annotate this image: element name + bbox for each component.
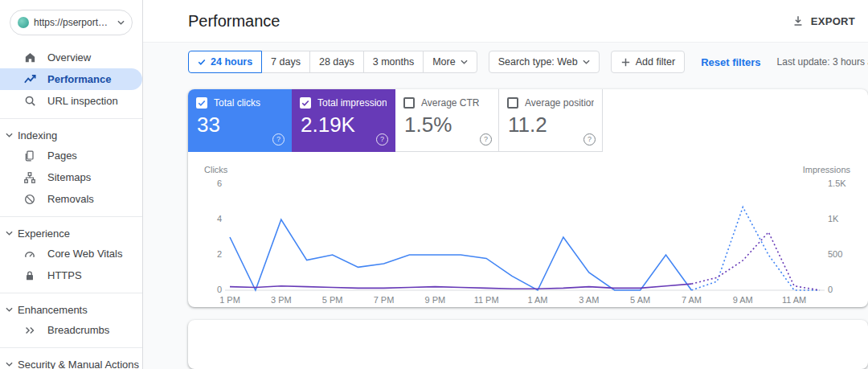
left-axis-tick: 2 <box>217 249 222 259</box>
chevron-down-icon <box>461 59 468 64</box>
property-url: https://pserportal.com/ <box>34 17 113 28</box>
page-title: Performance <box>188 12 787 31</box>
chevron-down-icon <box>583 59 590 64</box>
property-selector[interactable]: https://pserportal.com/ <box>10 10 133 35</box>
removals-icon <box>23 192 37 207</box>
sidebar-item-label: Pages <box>47 150 77 162</box>
help-icon[interactable]: ? <box>583 133 596 146</box>
metric-tile-header: Total impressions <box>300 97 387 109</box>
metric-tile-header: Total clicks <box>196 97 283 109</box>
sidebar-item-https[interactable]: HTTPS <box>0 264 142 286</box>
metric-tile-header: Average position <box>507 97 594 109</box>
chevron-down-icon <box>6 133 13 137</box>
performance-chart[interactable]: ClicksImpressions64201.5K1K50001 PM4/11/… <box>201 163 854 307</box>
pages-icon <box>23 149 37 163</box>
check-icon <box>198 58 206 66</box>
sidebar-item-label: Core Web Vitals <box>47 248 122 260</box>
chevron-down-icon <box>6 231 13 236</box>
x-axis-tick: 3 PM <box>271 295 292 305</box>
section-header-enhancements[interactable]: Enhancements <box>0 300 142 319</box>
home-icon <box>23 51 37 65</box>
x-axis-tick: 11 PM <box>474 295 499 305</box>
left-axis-title: Clicks <box>204 165 228 174</box>
sidebar-item-core-web-vitals[interactable]: Core Web Vitals <box>0 243 142 264</box>
sidebar-item-label: URL inspection <box>47 95 118 107</box>
add-filter-label: Add filter <box>636 56 675 68</box>
search-icon <box>23 94 37 109</box>
date-range-28-days[interactable]: 28 days <box>309 51 364 73</box>
add-filter-button[interactable]: Add filter <box>611 51 685 73</box>
metric-value: 1.5% <box>403 113 490 137</box>
sitemaps-icon <box>23 170 37 185</box>
date-range-more[interactable]: More <box>423 51 477 73</box>
sidebar-item-pages[interactable]: Pages <box>0 145 142 166</box>
sidebar-item-performance[interactable]: Performance <box>0 68 142 90</box>
metric-tile-total-impressions[interactable]: Total impressions2.19K? <box>292 89 395 152</box>
export-button[interactable]: EXPORT <box>787 14 860 28</box>
sidebar-item-sitemaps[interactable]: Sitemaps <box>0 166 142 188</box>
section-label: Indexing <box>18 129 57 141</box>
x-axis-tick: 5 AM <box>630 295 650 305</box>
section-header-experience[interactable]: Experience <box>0 223 142 243</box>
chart-area: ClicksImpressions64201.5K1K50001 PM4/11/… <box>188 152 868 307</box>
date-range-label: 28 days <box>319 56 354 68</box>
section-label: Security & Manual Actions <box>18 359 139 369</box>
performance-icon <box>23 72 37 87</box>
section-header-security-manual-actions[interactable]: Security & Manual Actions <box>0 355 142 369</box>
sidebar-item-url-inspection[interactable]: URL inspection <box>0 90 142 112</box>
divider <box>0 216 142 217</box>
date-range-3-months[interactable]: 3 months <box>363 51 424 73</box>
checkbox-icon[interactable] <box>403 97 415 109</box>
site-favicon-icon <box>18 17 29 28</box>
sidebar-item-overview[interactable]: Overview <box>0 47 142 68</box>
section-header-indexing[interactable]: Indexing <box>0 125 142 145</box>
metric-tiles: Total clicks33?Total impressions2.19K?Av… <box>188 89 868 152</box>
checkbox-icon[interactable] <box>507 97 518 109</box>
help-icon[interactable]: ? <box>376 133 388 146</box>
x-axis-tick: 11 AM <box>782 295 806 305</box>
help-icon[interactable]: ? <box>480 133 492 146</box>
date-range-label: More <box>432 56 455 68</box>
breadcrumbs-icon <box>23 323 37 338</box>
sidebar-item-label: Sitemaps <box>47 171 91 183</box>
checkbox-icon[interactable] <box>196 97 207 109</box>
left-axis-tick: 4 <box>217 214 222 223</box>
right-axis-tick: 500 <box>828 249 842 259</box>
metric-tile-header: Average CTR <box>403 97 490 109</box>
metric-tile-average-position[interactable]: Average position11.2? <box>499 89 603 152</box>
sidebar-item-label: Removals <box>47 193 94 205</box>
divider <box>0 118 142 119</box>
reset-filters-button[interactable]: Reset filters <box>696 55 765 69</box>
date-range-7-days[interactable]: 7 days <box>261 51 310 73</box>
core-web-vitals-icon <box>23 247 37 261</box>
sidebar-item-removals[interactable]: Removals <box>0 188 142 210</box>
right-axis-tick: 1K <box>828 214 839 223</box>
section-label: Experience <box>18 228 70 240</box>
download-icon <box>792 14 805 27</box>
secondary-card <box>188 320 868 369</box>
page-header: Performance EXPORT <box>143 0 868 43</box>
date-range-label: 7 days <box>271 56 301 68</box>
date-range-24-hours[interactable]: 24 hours <box>188 51 262 73</box>
x-axis-tick: 7 AM <box>682 295 702 305</box>
chevron-down-icon <box>6 362 13 367</box>
checkbox-icon[interactable] <box>300 97 311 109</box>
x-axis-tick: 1 PM <box>219 295 240 305</box>
help-icon[interactable]: ? <box>272 133 285 146</box>
metric-tile-average-ctr[interactable]: Average CTR1.5%? <box>395 89 499 152</box>
clicks-line-dotted <box>691 207 820 290</box>
metric-tile-total-clicks[interactable]: Total clicks33? <box>188 89 292 152</box>
date-range-group: 24 hours7 days28 days3 monthsMore <box>188 51 477 73</box>
x-axis-tick: 9 AM <box>733 295 753 305</box>
date-range-label: 24 hours <box>211 56 252 68</box>
metric-value: 11.2 <box>507 113 594 137</box>
chevron-down-icon <box>6 307 13 312</box>
search-type-filter[interactable]: Search type: Web <box>489 51 600 73</box>
sidebar-item-breadcrumbs[interactable]: Breadcrumbs <box>0 319 142 341</box>
metric-label: Total clicks <box>214 97 260 109</box>
main-content: Performance EXPORT 24 hours7 days28 days… <box>143 0 868 369</box>
impressions-line-dotted <box>691 232 820 290</box>
filter-bar: 24 hours7 days28 days3 monthsMore Search… <box>143 43 868 73</box>
divider <box>0 293 142 293</box>
sidebar-item-label: Breadcrumbs <box>47 324 109 336</box>
